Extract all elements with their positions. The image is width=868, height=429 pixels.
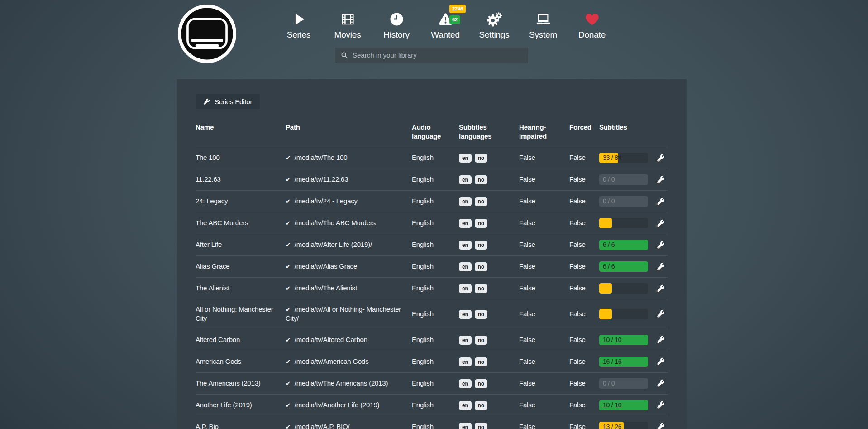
check-icon: ✔ — [286, 176, 291, 183]
gears-icon — [487, 12, 502, 27]
header-path: Path — [286, 123, 412, 140]
language-badge: en — [459, 197, 472, 206]
check-icon: ✔ — [286, 306, 291, 313]
series-name-link[interactable]: A.P. Bio — [196, 422, 286, 429]
nav-item-donate[interactable]: Donate — [568, 7, 616, 40]
table-row: 24: Legacy ✔/media/tv/24 - Legacy Englis… — [196, 190, 668, 212]
bazarr-logo[interactable] — [177, 4, 237, 65]
series-name-link[interactable]: The Alienist — [196, 284, 286, 293]
edit-series-wrench-icon[interactable] — [657, 241, 665, 249]
series-name-link[interactable]: American Gods — [196, 357, 286, 366]
edit-series-wrench-icon[interactable] — [657, 219, 665, 227]
audio-language-value: English — [412, 240, 459, 249]
nav-label: Wanted — [431, 30, 460, 40]
series-path: /media/tv/The Alienist — [295, 284, 357, 292]
series-path-cell: ✔/media/tv/The ABC Murders — [286, 218, 412, 227]
nav-item-movies[interactable]: Movies — [323, 7, 372, 40]
language-badge: en — [459, 310, 472, 319]
nav-item-system[interactable]: System — [519, 7, 568, 40]
series-name-link[interactable]: The 100 — [196, 153, 286, 162]
progress-label: 33 / 84 — [603, 153, 621, 163]
search-input[interactable] — [335, 48, 528, 63]
edit-series-wrench-icon[interactable] — [657, 263, 665, 271]
subtitle-languages-cell: enno — [459, 335, 519, 345]
series-name-link[interactable]: Another Life (2019) — [196, 400, 286, 410]
hearing-impaired-value: False — [519, 422, 569, 429]
language-badge: en — [459, 175, 472, 184]
subtitles-progress-bar: 6 / 6 — [599, 261, 648, 272]
nav-item-settings[interactable]: Settings — [470, 7, 519, 40]
subtitles-progress-bar: 0 / 0 — [599, 378, 648, 389]
hearing-impaired-value: False — [519, 175, 569, 184]
check-icon: ✔ — [286, 154, 291, 161]
edit-series-wrench-icon[interactable] — [657, 357, 665, 366]
nav-item-wanted[interactable]: Wanted 2246 62 — [421, 7, 470, 40]
language-badge: en — [459, 262, 472, 271]
subtitles-progress-bar — [599, 283, 648, 294]
edit-series-wrench-icon[interactable] — [657, 198, 665, 206]
edit-series-wrench-icon[interactable] — [657, 154, 665, 162]
series-path-cell: ✔/media/tv/24 - Legacy — [286, 197, 412, 206]
edit-series-wrench-icon[interactable] — [657, 176, 665, 184]
subtitle-languages-cell: enno — [459, 284, 519, 293]
series-name-link[interactable]: The Americans (2013) — [196, 379, 286, 388]
content-panel: Series Editor Name Path Audio language S… — [177, 79, 687, 429]
check-icon: ✔ — [286, 241, 291, 248]
nav-item-series[interactable]: Series — [274, 7, 323, 40]
series-name-link[interactable]: All or Nothing: Manchester City — [196, 305, 286, 323]
series-name-link[interactable]: 24: Legacy — [196, 197, 286, 206]
table-row: Alias Grace ✔/media/tv/Alias Grace Engli… — [196, 255, 668, 277]
search-container — [335, 48, 528, 63]
edit-series-wrench-icon[interactable] — [657, 310, 665, 318]
page-background: { "app": { "name": "Bazarr" }, "nav": { … — [0, 0, 868, 429]
audio-language-value: English — [412, 284, 459, 293]
series-path-cell: ✔/media/tv/All or Nothing- Manchester Ci… — [286, 305, 412, 323]
header-name: Name — [196, 123, 286, 140]
forced-value: False — [569, 400, 599, 410]
nav-label: Series — [287, 30, 311, 40]
clock-icon — [389, 12, 404, 27]
subtitles-progress-bar: 13 / 26 — [599, 422, 648, 429]
subtitles-progress-bar: 0 / 0 — [599, 196, 648, 207]
edit-series-wrench-icon[interactable] — [657, 284, 665, 293]
audio-language-value: English — [412, 218, 459, 227]
progress-label: 6 / 6 — [603, 240, 615, 250]
language-badge: en — [459, 401, 472, 410]
wanted-movies-count-badge: 62 — [449, 15, 460, 24]
progress-label: 10 / 10 — [603, 335, 621, 345]
series-editor-button[interactable]: Series Editor — [196, 94, 260, 109]
series-name-link[interactable]: After Life — [196, 240, 286, 249]
edit-series-wrench-icon[interactable] — [657, 379, 665, 387]
language-badge: en — [459, 154, 472, 163]
forced-value: False — [569, 284, 599, 293]
series-name-link[interactable]: 11.22.63 — [196, 175, 286, 184]
series-name-link[interactable]: The ABC Murders — [196, 218, 286, 227]
series-name-link[interactable]: Alias Grace — [196, 262, 286, 271]
hearing-impaired-value: False — [519, 153, 569, 162]
progress-label: 13 / 26 — [603, 422, 621, 429]
table-row: American Gods ✔/media/tv/American Gods E… — [196, 351, 668, 372]
header-forced: Forced — [569, 123, 599, 140]
progress-label: 0 / 0 — [603, 196, 615, 207]
forced-value: False — [569, 357, 599, 366]
language-badge: no — [475, 219, 487, 228]
subtitles-progress-bar: 10 / 10 — [599, 335, 648, 345]
edit-series-wrench-icon[interactable] — [657, 336, 665, 344]
language-badge: en — [459, 379, 472, 388]
edit-series-wrench-icon[interactable] — [657, 401, 665, 409]
language-badge: no — [475, 336, 487, 345]
subtitle-languages-cell: enno — [459, 422, 519, 429]
progress-fill — [599, 283, 612, 294]
nav-item-history[interactable]: History — [372, 7, 421, 40]
hearing-impaired-value: False — [519, 309, 569, 318]
audio-language-value: English — [412, 262, 459, 271]
bazarr-logo-icon — [177, 4, 237, 63]
series-name-link[interactable]: Altered Carbon — [196, 335, 286, 344]
series-path: /media/tv/The ABC Murders — [295, 219, 376, 227]
hearing-impaired-value: False — [519, 197, 569, 206]
check-icon: ✔ — [286, 285, 291, 292]
series-path: /media/tv/The 100 — [295, 154, 348, 161]
audio-language-value: English — [412, 379, 459, 388]
edit-series-wrench-icon[interactable] — [657, 423, 665, 429]
forced-value: False — [569, 240, 599, 249]
